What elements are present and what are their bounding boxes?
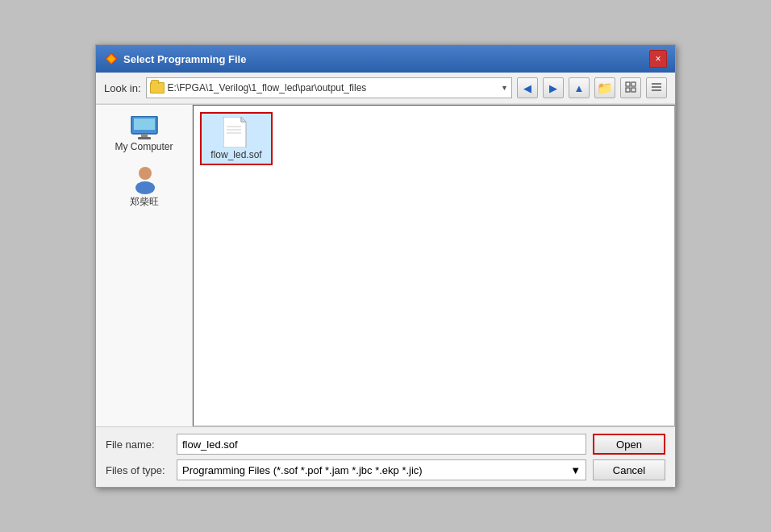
sidebar-item-my-computer-label: My Computer — [115, 141, 173, 152]
back-button[interactable]: ◀ — [517, 77, 538, 98]
icon-view-icon — [625, 81, 636, 94]
sidebar-item-my-computer[interactable]: My Computer — [99, 111, 189, 157]
filetype-combo[interactable]: Programming Files (*.sof *.pof *.jam *.j… — [177, 459, 586, 480]
svg-rect-12 — [138, 137, 151, 139]
filetype-row: Files of type: Programming Files (*.sof … — [106, 459, 665, 480]
dialog-title: Select Programming File — [123, 53, 246, 65]
filetype-arrow: ▼ — [570, 464, 581, 476]
back-icon: ◀ — [523, 82, 531, 94]
close-button[interactable]: × — [649, 50, 667, 68]
up-icon: ▲ — [574, 82, 585, 94]
file-icon — [223, 117, 249, 148]
sidebar: My Computer 郑柴旺 — [96, 105, 193, 426]
svg-rect-2 — [626, 82, 630, 86]
svg-rect-3 — [631, 82, 636, 86]
main-area: My Computer 郑柴旺 — [96, 104, 675, 426]
icon-view-button[interactable] — [620, 77, 641, 98]
file-area[interactable]: flow_led.sof — [193, 105, 675, 426]
select-programming-file-dialog: Select Programming File × Look in: E:\FP… — [95, 44, 676, 488]
forward-button[interactable]: ▶ — [543, 77, 564, 98]
filetype-value: Programming Files (*.sof *.pof *.jam *.j… — [182, 464, 423, 476]
open-button[interactable]: Open — [593, 434, 665, 455]
folder-new-icon: 📁 — [597, 81, 613, 96]
list-view-button[interactable] — [646, 77, 667, 98]
title-bar-left: Select Programming File — [104, 52, 246, 66]
lookin-label: Look in: — [104, 82, 141, 94]
new-folder-button[interactable]: 📁 — [594, 77, 615, 98]
lookin-combo[interactable]: E:\FPGA\1_Verilog\1_flow_led\par\output_… — [146, 77, 512, 98]
bottom-area: File name: Open Files of type: Programmi… — [96, 426, 675, 487]
folder-icon — [150, 82, 165, 94]
sidebar-item-user[interactable]: 郑柴旺 — [99, 160, 189, 214]
list-view-icon — [651, 81, 662, 94]
svg-rect-10 — [134, 118, 155, 130]
filetype-label: Files of type: — [106, 464, 170, 476]
filename-input[interactable] — [177, 434, 586, 455]
lookin-path: E:\FPGA\1_Verilog\1_flow_led\par\output_… — [168, 82, 498, 94]
up-button[interactable]: ▲ — [569, 77, 590, 98]
svg-rect-4 — [626, 88, 630, 92]
svg-marker-16 — [241, 117, 246, 122]
svg-point-14 — [135, 181, 155, 194]
lookin-dropdown-arrow: ▼ — [501, 84, 508, 92]
file-item-flow-led-sof[interactable]: flow_led.sof — [200, 112, 273, 165]
filename-row: File name: Open — [106, 434, 665, 455]
person-icon — [131, 165, 158, 193]
svg-point-13 — [139, 167, 152, 180]
svg-rect-5 — [631, 88, 636, 92]
filename-label: File name: — [106, 438, 170, 451]
sidebar-item-user-label: 郑柴旺 — [130, 195, 159, 209]
computer-icon — [130, 116, 159, 139]
title-bar: Select Programming File × — [96, 45, 675, 73]
cancel-button[interactable]: Cancel — [593, 459, 665, 480]
file-name-label: flow_led.sof — [210, 149, 261, 160]
app-icon — [104, 52, 119, 66]
toolbar-row: Look in: E:\FPGA\1_Verilog\1_flow_led\pa… — [96, 73, 675, 104]
forward-icon: ▶ — [549, 82, 557, 94]
